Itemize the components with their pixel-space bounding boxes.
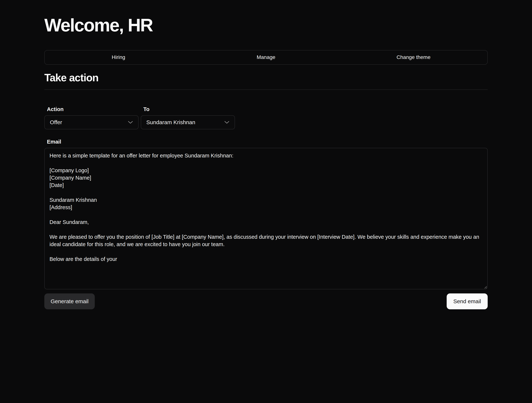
- action-label: Action: [47, 106, 139, 112]
- section-divider: [44, 90, 488, 90]
- actions-row: Generate email Send email: [44, 294, 488, 309]
- to-label: To: [143, 106, 235, 112]
- nav-item-hiring[interactable]: Hiring: [45, 51, 192, 64]
- resize-handle-icon[interactable]: [484, 286, 487, 289]
- email-label: Email: [47, 139, 488, 145]
- action-select[interactable]: Offer: [44, 115, 139, 129]
- to-select[interactable]: Sundaram Krishnan: [141, 115, 235, 129]
- chevron-down-icon: [224, 121, 229, 124]
- nav-item-manage[interactable]: Manage: [192, 51, 340, 64]
- send-email-button[interactable]: Send email: [447, 294, 488, 309]
- generate-email-button[interactable]: Generate email: [44, 294, 95, 309]
- top-nav: Hiring Manage Change theme: [44, 50, 488, 65]
- action-select-value: Offer: [50, 119, 62, 125]
- to-field: To Sundaram Krishnan: [141, 106, 235, 129]
- main-container: Welcome, HR Hiring Manage Change theme T…: [44, 0, 488, 309]
- action-field: Action Offer: [44, 106, 139, 129]
- email-textarea[interactable]: Here is a simple template for an offer l…: [44, 148, 488, 289]
- chevron-down-icon: [128, 121, 133, 124]
- page-title: Welcome, HR: [44, 0, 488, 36]
- email-textarea-wrap: Here is a simple template for an offer l…: [44, 148, 488, 289]
- email-field: Email Here is a simple template for an o…: [44, 139, 488, 289]
- nav-item-change-theme[interactable]: Change theme: [340, 51, 487, 64]
- to-select-value: Sundaram Krishnan: [146, 119, 195, 125]
- action-to-row: Action Offer To Sundaram Krishnan: [44, 106, 488, 129]
- section-title: Take action: [44, 71, 488, 84]
